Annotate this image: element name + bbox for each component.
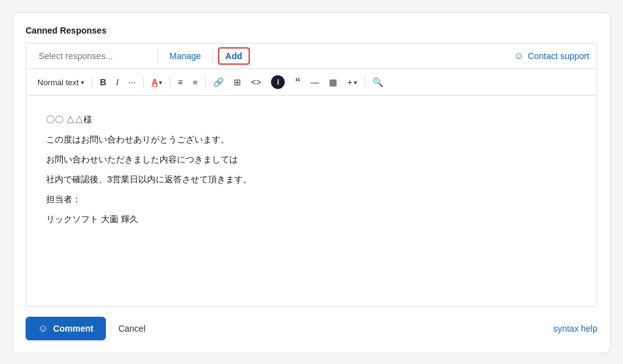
code-button[interactable]: <>: [247, 75, 265, 90]
table-icon: ⊞: [234, 77, 241, 87]
more-button[interactable]: ···: [125, 75, 140, 90]
cancel-button[interactable]: Cancel: [113, 317, 151, 340]
search-icon: 🔍: [373, 77, 383, 87]
bottom-bar: ☺ Comment Cancel syntax help: [26, 317, 597, 340]
color-chevron-icon: ▾: [159, 79, 162, 86]
smiley-icon: ☺: [514, 50, 524, 62]
bullet-list-button[interactable]: ≡: [174, 75, 186, 90]
quote-icon: “: [295, 76, 300, 89]
media-button[interactable]: ▦: [325, 75, 341, 90]
text-style-button[interactable]: Normal text ▾: [34, 75, 88, 90]
link-icon: 🔗: [213, 77, 224, 87]
format-toolbar: Normal text ▾ B I ··· A ▾ ≡ ≡ 🔗 ⊞: [26, 68, 597, 95]
canned-responses-panel: Canned Responses Manage Add ☺ Contact su…: [12, 12, 611, 353]
editor-content[interactable]: 〇〇 △△様 この度はお問い合わせありがとうございます。 お問い合わせいただきま…: [26, 95, 597, 307]
toolbar-sep-1: [92, 76, 92, 88]
manage-button[interactable]: Manage: [163, 49, 207, 63]
text-style-label: Normal text: [37, 78, 78, 87]
toolbar-sep-3: [169, 76, 170, 88]
ordered-list-icon: ≡: [193, 78, 197, 87]
editor-line-1: 〇〇 △△様: [46, 111, 577, 128]
info-button[interactable]: i: [267, 73, 288, 91]
italic-icon: I: [117, 77, 119, 87]
more-icon: ···: [128, 77, 136, 87]
divider-button[interactable]: —: [307, 75, 323, 90]
plus-chevron-icon: ▾: [354, 79, 357, 86]
bold-button[interactable]: B: [96, 75, 110, 90]
quote-button[interactable]: “: [291, 73, 304, 91]
color-button[interactable]: A ▾: [148, 75, 166, 90]
search-button[interactable]: 🔍: [369, 75, 387, 90]
separator-1: [158, 49, 158, 63]
select-responses-input[interactable]: [34, 49, 153, 63]
color-icon: A: [151, 77, 158, 87]
contact-support-link[interactable]: ☺ Contact support: [514, 50, 589, 62]
info-icon: i: [271, 75, 285, 89]
media-icon: ▦: [329, 77, 337, 87]
top-toolbar: Manage Add ☺ Contact support: [26, 43, 597, 68]
bullet-list-icon: ≡: [178, 77, 183, 87]
panel-title: Canned Responses: [26, 26, 597, 35]
editor-line-4: 社内で確認後、3営業日以内に返答させて頂きます。: [46, 170, 577, 188]
editor-line-2: この度はお問い合わせありがとうございます。: [46, 131, 577, 148]
editor-line-5: 担当者：: [46, 190, 577, 208]
toolbar-sep-5: [364, 76, 365, 88]
italic-button[interactable]: I: [113, 75, 123, 90]
plus-button[interactable]: + ▾: [343, 75, 360, 90]
divider-icon: —: [310, 77, 319, 87]
link-button[interactable]: 🔗: [209, 75, 227, 90]
comment-label: Comment: [53, 324, 93, 334]
toolbar-sep-2: [143, 76, 144, 88]
toolbar-sep-4: [205, 76, 206, 88]
contact-support-label: Contact support: [528, 51, 589, 61]
separator-2: [212, 49, 213, 63]
editor-line-6: リックソフト 大薗 輝久: [46, 210, 577, 228]
comment-icon: ☺: [38, 323, 48, 334]
syntax-help-link[interactable]: syntax help: [553, 324, 597, 334]
ordered-list-button[interactable]: ≡: [189, 75, 201, 90]
table-button[interactable]: ⊞: [230, 75, 245, 90]
bold-icon: B: [100, 77, 106, 87]
comment-button[interactable]: ☺ Comment: [26, 317, 106, 340]
add-button[interactable]: Add: [218, 47, 250, 65]
editor-line-3: お問い合わせいただきました内容につきましては: [46, 151, 577, 168]
code-icon: <>: [251, 77, 261, 87]
chevron-down-icon: ▾: [81, 79, 84, 86]
plus-icon: +: [347, 77, 352, 87]
